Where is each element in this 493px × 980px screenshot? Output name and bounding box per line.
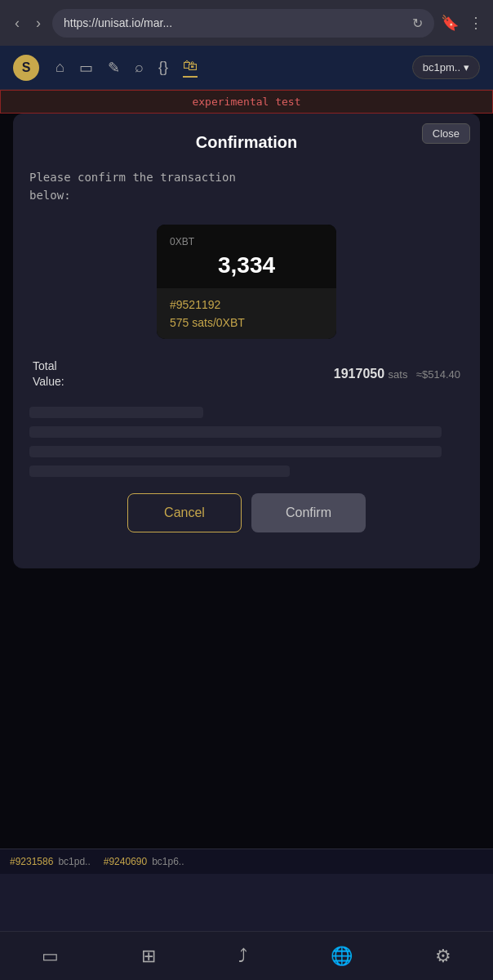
bottom-nav-globe-icon[interactable]: 🌐: [324, 939, 359, 973]
bottom-nav-grid-icon[interactable]: ⊞: [135, 939, 162, 973]
loading-bar-3: [29, 446, 442, 457]
bottom-nav-chart-icon[interactable]: ⤴: [232, 939, 254, 973]
browser-chrome: ‹ › https://unisat.io/mar... ↻ 🔖 ⋮: [0, 0, 493, 46]
token-id: #9521192: [170, 298, 323, 311]
nav-home-icon[interactable]: ⌂: [56, 59, 64, 76]
chevron-down-icon: ▾: [464, 61, 469, 74]
modal-dialog: Close Confirmation Please confirm the tr…: [13, 114, 480, 568]
token-card-top: 0XBT 3,334: [157, 225, 336, 288]
action-buttons: Cancel Confirm: [29, 493, 464, 532]
wallet-address: bc1pm..: [423, 61, 460, 74]
nav-icons: ⌂ ▭ ✎ ⌕ {} 🛍: [56, 57, 396, 78]
ticker-id-2: #9240690: [104, 856, 147, 867]
cancel-button[interactable]: Cancel: [127, 493, 242, 532]
nav-search-icon[interactable]: ⌕: [135, 59, 144, 76]
modal-overlay: Close Confirmation Please confirm the tr…: [0, 114, 493, 849]
bottom-ticker: #9231586 bc1pd.. #9240690 bc1p6..: [0, 849, 493, 874]
ticker-id-1: #9231586: [10, 856, 53, 867]
total-usd: ≈$514.40: [416, 368, 460, 381]
loading-bars: [29, 407, 464, 477]
ticker-address-1: bc1pd..: [58, 856, 90, 867]
ticker-item-2: #9240690 bc1p6..: [104, 856, 184, 867]
loading-bar-4: [29, 466, 290, 477]
token-card: 0XBT 3,334 #9521192 575 sats/0XBT: [157, 225, 336, 339]
forward-button[interactable]: ›: [31, 11, 46, 35]
nav-edit-icon[interactable]: ✎: [108, 59, 120, 77]
bottom-nav-wallet-icon[interactable]: ▭: [35, 939, 65, 973]
total-amount: 1917050 sats ≈$514.40: [334, 367, 460, 381]
loading-bar-2: [29, 426, 442, 438]
logo-letter: S: [22, 60, 31, 75]
url-text: https://unisat.io/mar...: [64, 16, 172, 29]
menu-icon[interactable]: ⋮: [469, 14, 483, 32]
address-bar[interactable]: https://unisat.io/mar... ↻: [52, 9, 434, 38]
modal-title: Confirmation: [29, 133, 464, 152]
nav-marketplace-icon[interactable]: 🛍: [183, 57, 198, 78]
bottom-nav-settings-icon[interactable]: ⚙: [429, 939, 458, 973]
nav-wallet-icon[interactable]: ▭: [79, 59, 93, 77]
bookmark-icon[interactable]: 🔖: [441, 14, 459, 32]
close-button[interactable]: Close: [422, 123, 470, 144]
bottom-nav: ▭ ⊞ ⤴ 🌐 ⚙: [0, 931, 493, 980]
back-button[interactable]: ‹: [10, 11, 24, 35]
modal-description: Please confirm the transactionbelow:: [29, 168, 464, 205]
token-amount: 3,334: [170, 252, 323, 278]
nav-code-icon[interactable]: {}: [158, 59, 168, 76]
app-logo[interactable]: S: [13, 55, 39, 81]
total-sats: 1917050: [334, 367, 384, 381]
ticker-item-1: #9231586 bc1pd..: [10, 856, 91, 867]
token-label: 0XBT: [170, 236, 323, 247]
experimental-banner: experimental test: [0, 90, 493, 114]
total-label: TotalValue:: [33, 359, 64, 390]
token-card-bottom: #9521192 575 sats/0XBT: [157, 288, 336, 339]
loading-bar-1: [29, 407, 203, 418]
app-navbar: S ⌂ ▭ ✎ ⌕ {} 🛍 bc1pm.. ▾: [0, 46, 493, 90]
reload-icon[interactable]: ↻: [412, 16, 423, 31]
browser-icons: 🔖 ⋮: [441, 14, 483, 32]
experimental-text: experimental test: [192, 96, 300, 108]
sats-unit: sats: [389, 368, 408, 381]
total-value-row: TotalValue: 1917050 sats ≈$514.40: [29, 359, 464, 390]
ticker-address-2: bc1p6..: [152, 856, 184, 867]
token-price: 575 sats/0XBT: [170, 316, 323, 329]
wallet-button[interactable]: bc1pm.. ▾: [412, 56, 480, 79]
confirm-button[interactable]: Confirm: [251, 493, 366, 532]
